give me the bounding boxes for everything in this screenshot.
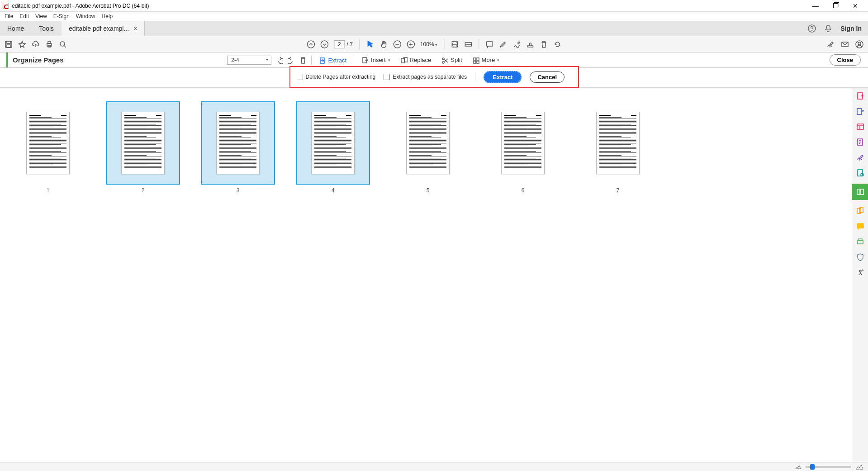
mail-icon[interactable] [841, 40, 849, 48]
menu-help[interactable]: Help [99, 12, 116, 20]
delete-after-label: Delete Pages after extracting [306, 74, 376, 80]
sign-icon[interactable] [856, 153, 865, 162]
zoom-out-icon[interactable] [393, 40, 401, 48]
page-total: / 7 [347, 41, 353, 48]
star-icon[interactable] [18, 40, 26, 48]
profile-icon[interactable] [855, 40, 863, 48]
fit-page-icon[interactable] [464, 40, 472, 48]
svg-rect-6 [48, 42, 51, 43]
page-thumbnail[interactable]: 5 [383, 101, 473, 194]
pointer-icon[interactable] [366, 40, 374, 48]
slider-knob[interactable] [810, 464, 815, 470]
zoom-in-icon[interactable] [407, 40, 415, 48]
more-tools-icon[interactable] [856, 268, 865, 277]
organize-pages-title: Organize Pages [0, 52, 64, 67]
create-pdf-icon[interactable] [856, 91, 865, 100]
extract-bar-highlight: Delete Pages after extracting Extract pa… [0, 68, 868, 88]
rotate-icon[interactable] [553, 40, 561, 48]
more-tool-button[interactable]: More [470, 55, 503, 66]
page-thumbnail[interactable]: 2 [98, 101, 188, 194]
export-pdf-icon[interactable] [856, 107, 865, 116]
rotate-left-icon[interactable] [276, 57, 283, 64]
svg-rect-34 [858, 170, 863, 176]
save-icon[interactable] [5, 40, 13, 48]
organize-pages-icon[interactable] [852, 184, 868, 200]
svg-rect-2 [5, 41, 12, 48]
svg-rect-29 [477, 61, 479, 63]
page-number: 3 [237, 187, 240, 194]
tab-home[interactable]: Home [0, 21, 32, 36]
svg-rect-40 [857, 224, 863, 228]
comment-icon[interactable] [485, 40, 493, 48]
hand-icon[interactable] [379, 40, 388, 48]
replace-tool-button[interactable]: Replace [398, 55, 434, 66]
page-current-input[interactable]: 2 [334, 40, 345, 48]
help-icon[interactable] [808, 24, 816, 33]
insert-label: Insert [371, 57, 386, 63]
thumbnail-frame [11, 101, 85, 185]
page-thumbnail[interactable]: 4 [288, 101, 378, 194]
page-thumbnail[interactable]: 3 [193, 101, 283, 194]
page-thumbnail[interactable]: 6 [478, 101, 568, 194]
maximize-button[interactable] [825, 0, 845, 11]
highlight-icon[interactable] [499, 40, 507, 48]
protect-icon[interactable] [856, 252, 865, 262]
page-range-select[interactable]: 2-4 [227, 56, 271, 65]
svg-rect-15 [486, 42, 493, 46]
checkbox-icon [297, 74, 303, 80]
search-icon[interactable] [59, 40, 67, 48]
compress-icon[interactable] [856, 168, 865, 177]
menu-file[interactable]: File [2, 12, 16, 20]
menu-esign[interactable]: E-Sign [51, 12, 72, 20]
minimize-button[interactable]: — [806, 0, 825, 11]
close-organize-button[interactable]: Close [830, 54, 861, 66]
replace-label: Replace [410, 57, 432, 63]
separate-files-checkbox[interactable]: Extract pages as separate files [384, 74, 467, 80]
print-icon[interactable] [45, 40, 53, 48]
combine-icon[interactable] [856, 206, 865, 215]
stamp-icon[interactable] [526, 40, 534, 48]
close-window-button[interactable]: ✕ [845, 0, 865, 11]
fit-width-icon[interactable] [451, 40, 459, 48]
tab-close-icon[interactable]: × [133, 25, 137, 32]
page-down-icon[interactable] [320, 40, 328, 48]
menu-edit[interactable]: Edit [17, 12, 32, 20]
layout-icon[interactable] [856, 122, 865, 131]
extract-button[interactable]: Extract [484, 71, 522, 83]
thumbnail-size-slider[interactable] [806, 466, 851, 468]
bell-icon[interactable] [824, 24, 832, 33]
edit-pdf-icon[interactable] [856, 138, 865, 147]
page-preview [596, 112, 640, 174]
split-tool-button[interactable]: Split [438, 55, 465, 66]
delete-page-icon[interactable] [299, 57, 307, 64]
add-comment-icon[interactable] [856, 222, 865, 231]
thumb-size-large-icon[interactable] [855, 463, 863, 471]
trash-icon[interactable] [540, 40, 548, 48]
sign-in-button[interactable]: Sign In [840, 25, 862, 32]
page-number: 1 [47, 187, 50, 194]
thumb-size-small-icon[interactable] [795, 464, 801, 470]
page-thumbnail[interactable]: 1 [3, 101, 93, 194]
menu-window[interactable]: Window [73, 12, 98, 20]
signature-icon[interactable] [826, 40, 835, 48]
thumbnail-frame [486, 101, 560, 185]
svg-rect-42 [859, 239, 862, 240]
insert-tool-button[interactable]: Insert [359, 55, 393, 66]
menubar: File Edit View E-Sign Window Help [0, 12, 868, 21]
cloud-upload-icon[interactable] [32, 40, 40, 48]
thumbnail-frame [106, 101, 180, 185]
tab-document[interactable]: editable pdf exampl... × [62, 21, 145, 36]
rotate-right-icon[interactable] [288, 57, 295, 64]
bottom-bar [0, 462, 868, 471]
tab-tools[interactable]: Tools [32, 21, 62, 36]
thumbnail-strip[interactable]: 1234567 [0, 88, 852, 462]
delete-after-checkbox[interactable]: Delete Pages after extracting [297, 74, 376, 80]
draw-icon[interactable] [512, 40, 521, 48]
page-up-icon[interactable] [307, 40, 315, 48]
page-thumbnail[interactable]: 7 [573, 101, 663, 194]
svg-rect-36 [857, 189, 860, 195]
cancel-button[interactable]: Cancel [530, 71, 564, 83]
menu-view[interactable]: View [33, 12, 50, 20]
zoom-level[interactable]: 100% [420, 41, 437, 48]
scan-icon[interactable] [856, 237, 865, 246]
